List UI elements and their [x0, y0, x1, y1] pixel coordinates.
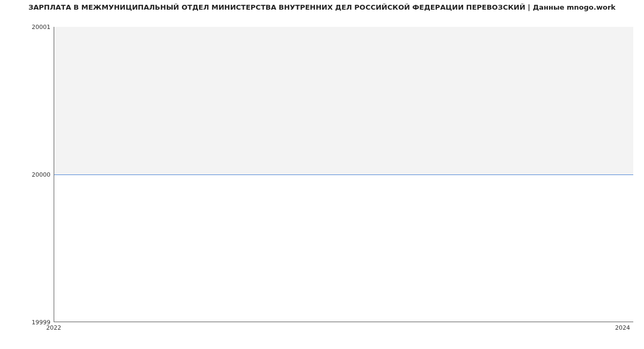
- salary-line-chart: ЗАРПЛАТА В МЕЖМУНИЦИПАЛЬНЫЙ ОТДЕЛ МИНИСТ…: [0, 0, 644, 349]
- y-tick-top: 20001: [18, 24, 50, 31]
- upper-band: [54, 27, 633, 174]
- series-line: [54, 174, 633, 175]
- x-tick-right: 2024: [615, 324, 630, 331]
- chart-title: ЗАРПЛАТА В МЕЖМУНИЦИПАЛЬНЫЙ ОТДЕЛ МИНИСТ…: [0, 3, 644, 11]
- y-tick-mid: 20000: [18, 171, 50, 178]
- y-tick-bottom: 19999: [18, 319, 50, 326]
- plot-area: [54, 27, 633, 322]
- x-tick-left: 2022: [46, 324, 61, 331]
